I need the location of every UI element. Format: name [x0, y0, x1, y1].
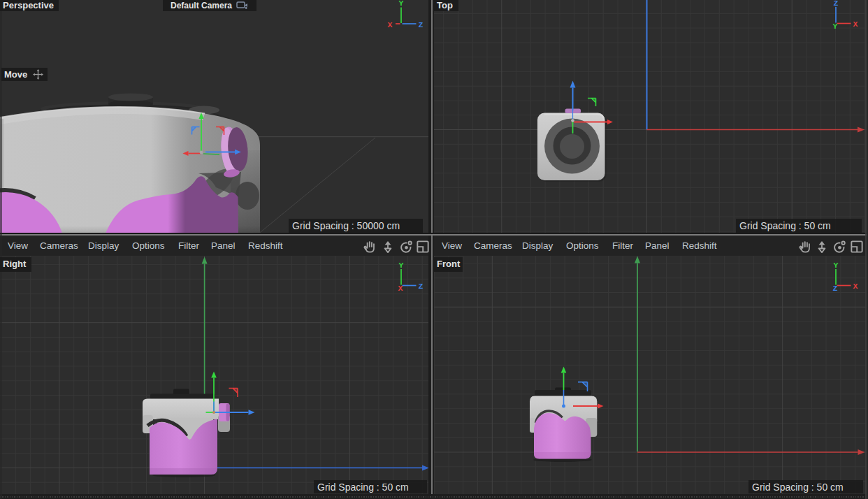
svg-text:X: X	[398, 284, 403, 293]
svg-text:Y: Y	[834, 261, 839, 270]
svg-text:X: X	[853, 20, 858, 29]
svg-text:Z: Z	[419, 20, 424, 29]
svg-text:Y: Y	[833, 22, 838, 31]
svg-text:Z: Z	[833, 284, 838, 293]
svg-text:Y: Y	[399, 261, 404, 270]
svg-text:X: X	[853, 282, 858, 291]
svg-text:Z: Z	[419, 282, 424, 291]
svg-text:X: X	[388, 20, 393, 29]
svg-text:Z: Z	[834, 0, 839, 8]
svg-text:Y: Y	[399, 0, 404, 8]
